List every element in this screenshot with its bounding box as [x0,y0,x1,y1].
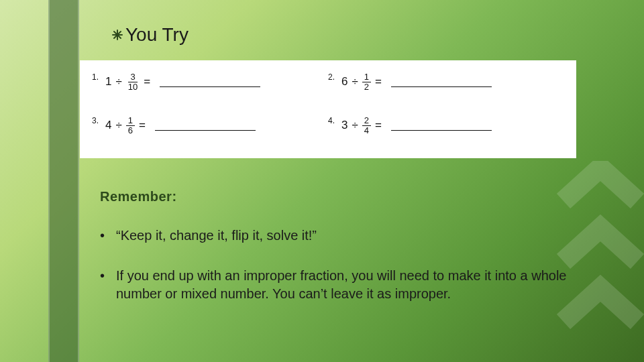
answer-blank [160,78,260,87]
equals-symbol: = [375,75,382,88]
asterisk-bullet-icon [112,29,123,40]
bullet-1: • “Keep it, change it, flip it, solve it… [100,227,583,245]
fraction: 3 10 [126,72,140,91]
fraction: 1 2 [362,72,371,91]
problem-number: 3. [92,115,99,125]
bullet-dot-icon: • [100,267,116,303]
problem-1: 1. 1 ÷ 3 10 = [92,71,328,91]
whole-number: 1 [105,75,111,88]
fraction: 1 6 [126,116,135,135]
problem-number: 1. [92,71,99,82]
equals-symbol: = [139,119,146,132]
equals-symbol: = [144,75,150,88]
bullet-dot-icon: • [100,227,116,245]
answer-blank [391,121,492,131]
answer-blank [155,121,256,131]
fraction: 2 4 [362,116,371,135]
whole-number: 6 [341,75,347,88]
bullet-text: “Keep it, change it, flip it, solve it!” [116,227,317,245]
slide-title: You Try [112,24,189,46]
divide-symbol: ÷ [115,75,121,88]
problem-3: 3. 4 ÷ 1 6 = [92,115,328,135]
whole-number: 3 [341,119,347,132]
remember-heading: Remember: [100,189,177,204]
answer-blank [391,78,492,87]
problem-2: 2. 6 ÷ 1 2 = [328,71,564,91]
slide-title-text: You Try [125,24,189,46]
chevron-decor [557,161,644,349]
problem-number: 4. [328,115,335,125]
equals-symbol: = [375,119,382,132]
problems-panel: 1. 1 ÷ 3 10 = 2. 6 ÷ 1 2 = [80,60,576,158]
divide-symbol: ÷ [115,119,121,132]
whole-number: 4 [105,119,111,132]
sidebar-strip [48,0,79,362]
divide-symbol: ÷ [352,75,358,88]
bullet-text: If you end up with an improper fraction,… [116,267,583,303]
bullet-2: • If you end up with an improper fractio… [100,267,583,303]
problem-number: 2. [328,71,335,82]
problems-row-1: 1. 1 ÷ 3 10 = 2. 6 ÷ 1 2 = [92,67,564,111]
problems-row-2: 3. 4 ÷ 1 6 = 4. 3 ÷ 2 4 = [92,111,564,154]
divide-symbol: ÷ [352,119,358,132]
problem-4: 4. 3 ÷ 2 4 = [328,115,564,135]
